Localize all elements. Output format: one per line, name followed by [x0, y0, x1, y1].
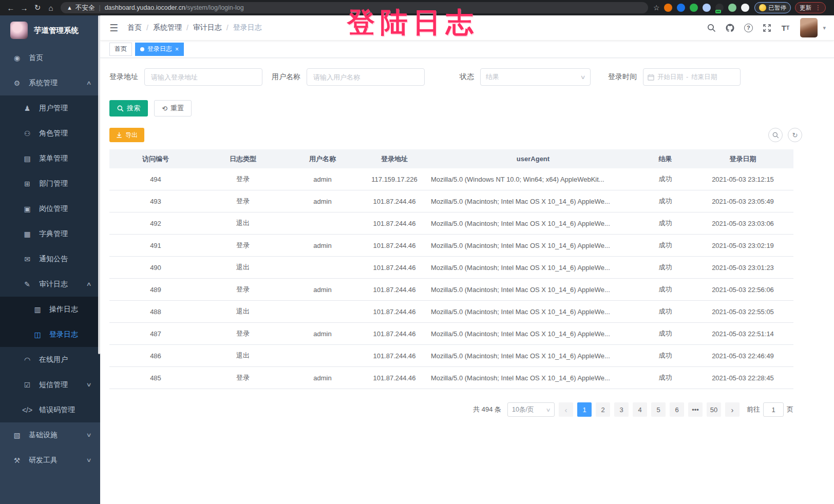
page-button-1[interactable]: 1	[577, 402, 592, 417]
page-button-4[interactable]: 4	[633, 402, 647, 417]
hamburger-icon[interactable]: ☰	[109, 22, 118, 34]
tag-home[interactable]: 首页	[109, 43, 132, 56]
font-size-icon[interactable]: TT	[779, 21, 792, 34]
sidebar-item-错误码管理[interactable]: </>错误码管理	[0, 397, 100, 422]
sidebar-item-菜单管理[interactable]: ▤菜单管理	[0, 146, 100, 171]
table-cell: Mozilla/5.0 (Macintosh; Intel Mac OS X 1…	[428, 352, 638, 360]
profile-paused-chip[interactable]: 已暂停	[754, 2, 791, 13]
search-icon[interactable]	[705, 21, 718, 34]
toggle-search-button[interactable]	[768, 128, 783, 142]
next-page-button[interactable]: ›	[725, 402, 740, 417]
chevron-down-icon: ∨	[545, 407, 551, 413]
table-row[interactable]: 490退出101.87.244.46Mozilla/5.0 (Macintosh…	[109, 257, 793, 279]
table-row[interactable]: 492退出101.87.244.46Mozilla/5.0 (Macintosh…	[109, 212, 793, 235]
search-button[interactable]: 搜索	[109, 100, 148, 117]
table-cell: 成功	[638, 175, 692, 184]
sidebar-item-字典管理[interactable]: ▦字典管理	[0, 221, 100, 246]
page-button-50[interactable]: 50	[707, 402, 721, 417]
browser-menu-icon[interactable]: ⋮	[815, 4, 821, 11]
table-row[interactable]: 486退出101.87.244.46Mozilla/5.0 (Macintosh…	[109, 345, 793, 367]
table-cell: admin	[284, 198, 361, 205]
sidebar-item-label: 岗位管理	[39, 204, 100, 214]
reload-icon[interactable]: ↻	[31, 3, 44, 12]
export-button[interactable]: 导出	[109, 128, 144, 142]
home-icon[interactable]: ⌂	[44, 4, 58, 12]
table-cell: Mozilla/5.0 (Windows NT 10.0; Win64; x64…	[428, 176, 638, 183]
sidebar-item-首页[interactable]: ◉首页	[0, 45, 100, 70]
tag-login-log[interactable]: 登录日志 ×	[135, 43, 184, 56]
extension-icon[interactable]	[677, 4, 685, 12]
sidebar-item-研发工具[interactable]: ⚒研发工具∨	[0, 448, 100, 473]
page-size-select[interactable]: 10条/页 ∨	[507, 402, 555, 417]
refresh-button[interactable]: ↻	[788, 128, 802, 142]
github-icon[interactable]	[723, 21, 736, 34]
menu-icon: ▤	[22, 154, 33, 163]
goto-page: 前往 页	[747, 402, 793, 417]
page-button-6[interactable]: 6	[670, 402, 684, 417]
help-icon[interactable]: ?	[742, 21, 755, 34]
goto-label: 前往	[747, 405, 760, 414]
extension-icon[interactable]	[728, 4, 736, 12]
fullscreen-icon[interactable]	[760, 21, 773, 34]
forward-icon[interactable]: →	[17, 4, 31, 12]
table-row[interactable]: 493登录admin101.87.244.46Mozilla/5.0 (Maci…	[109, 190, 793, 212]
sidebar-item-短信管理[interactable]: ☑短信管理∨	[0, 372, 100, 397]
chevron-down-icon[interactable]: ▾	[823, 25, 826, 31]
extension-icon[interactable]	[690, 4, 698, 12]
puzzle-icon[interactable]	[741, 4, 749, 12]
close-icon[interactable]: ×	[175, 46, 179, 53]
table-cell: Mozilla/5.0 (Macintosh; Intel Mac OS X 1…	[428, 264, 638, 272]
table-row[interactable]: 487登录admin101.87.244.46Mozilla/5.0 (Maci…	[109, 323, 793, 345]
sidebar-item-在线用户[interactable]: ◠在线用户	[0, 347, 100, 372]
sidebar-item-通知公告[interactable]: ✉通知公告	[0, 246, 100, 272]
column-header: userAgent	[428, 155, 638, 163]
chevron-down-icon: ∨	[580, 74, 585, 81]
sidebar-item-部门管理[interactable]: ⊞部门管理	[0, 171, 100, 196]
extension-icon[interactable]	[664, 4, 672, 12]
reset-button[interactable]: ⟲ 重置	[154, 100, 192, 117]
table-cell: 登录	[202, 329, 284, 338]
sidebar-item-登录日志[interactable]: ◫登录日志	[0, 322, 100, 347]
extension-icon[interactable]	[703, 4, 711, 12]
back-icon[interactable]: ←	[4, 4, 17, 12]
prev-page-button[interactable]: ‹	[559, 402, 573, 417]
sidebar-item-岗位管理[interactable]: ▣岗位管理	[0, 196, 100, 221]
sidebar-item-基础设施[interactable]: ▧基础设施∨	[0, 422, 100, 448]
page-ellipsis[interactable]: •••	[688, 402, 703, 417]
table-cell: 退出	[202, 263, 284, 272]
page-button-2[interactable]: 2	[596, 402, 610, 417]
status-select[interactable]: 结果 ∨	[480, 68, 591, 86]
security-label[interactable]: 不安全	[75, 4, 95, 12]
table-row[interactable]: 488退出101.87.244.46Mozilla/5.0 (Macintosh…	[109, 301, 793, 323]
page-button-5[interactable]: 5	[651, 402, 666, 417]
sidebar-scrollbar[interactable]	[98, 15, 100, 354]
table-row[interactable]: 494登录admin117.159.17.226Mozilla/5.0 (Win…	[109, 168, 793, 190]
breadcrumb-item[interactable]: 审计日志	[193, 23, 222, 32]
sidebar-item-审计日志[interactable]: ✎审计日志∧	[0, 272, 100, 297]
user-avatar[interactable]	[800, 18, 818, 37]
sidebar-logo-row[interactable]: 芋道管理系统	[0, 15, 100, 45]
table-row[interactable]: 491登录admin101.87.244.46Mozilla/5.0 (Maci…	[109, 235, 793, 257]
table-cell: 成功	[638, 307, 692, 316]
goto-page-input[interactable]	[763, 402, 784, 417]
bookmark-star-icon[interactable]: ☆	[653, 4, 660, 12]
sidebar-item-角色管理[interactable]: ⚇角色管理	[0, 121, 100, 146]
table-row[interactable]: 489登录admin101.87.244.46Mozilla/5.0 (Maci…	[109, 279, 793, 301]
login-address-input[interactable]	[144, 68, 262, 86]
breadcrumb-item[interactable]: 首页	[127, 23, 142, 32]
table-cell: 2021-05-03 22:51:14	[692, 330, 793, 338]
sidebar-item-操作日志[interactable]: ▥操作日志	[0, 297, 100, 322]
sidebar-item-label: 在线用户	[39, 355, 100, 364]
table-header-row: 访问编号日志类型用户名称登录地址userAgent结果登录日期	[109, 149, 793, 168]
username-input[interactable]	[307, 68, 425, 86]
table-cell: 101.87.244.46	[361, 242, 428, 249]
sidebar-item-系统管理[interactable]: ⚙系统管理∧	[0, 70, 100, 95]
browser-update-button[interactable]: 更新 ⋮	[795, 2, 826, 13]
breadcrumb-item[interactable]: 系统管理	[153, 23, 182, 32]
extension-icon[interactable]: on	[715, 4, 724, 12]
table-row[interactable]: 485登录admin101.87.244.46Mozilla/5.0 (Maci…	[109, 367, 793, 389]
login-time-range-picker[interactable]: 开始日期 - 结束日期	[643, 68, 741, 86]
page-button-3[interactable]: 3	[614, 402, 629, 417]
sidebar-item-用户管理[interactable]: ♟用户管理	[0, 95, 100, 121]
role-icon: ⚇	[22, 129, 33, 138]
